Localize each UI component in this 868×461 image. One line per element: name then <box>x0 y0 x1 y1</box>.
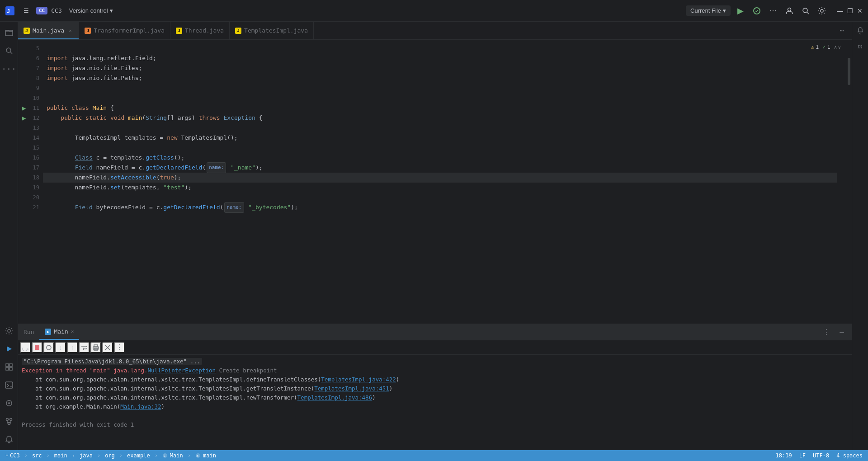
stack-3-link[interactable]: TemplatesImpl.java:486 <box>297 394 373 401</box>
code-line-7: import java.nio.file.Files; <box>43 63 837 73</box>
console-line-stack-2: at com.sun.org.apache.xalan.internal.xsl… <box>22 384 848 393</box>
status-line-ending[interactable]: LF <box>797 452 807 459</box>
status-indent-text: 4 spaces <box>836 452 863 459</box>
sidebar-icon-search[interactable] <box>1 42 17 59</box>
close-button[interactable]: ✕ <box>855 6 864 15</box>
tab-thread[interactable]: J Thread.java <box>170 22 230 39</box>
tab-more-icon[interactable]: ⋯ <box>835 24 848 37</box>
code-line-10 <box>43 93 837 103</box>
vcs-button[interactable]: Version control ▾ <box>66 5 117 16</box>
tab-label-thread: Thread.java <box>185 27 224 34</box>
right-panel: m <box>852 22 868 450</box>
right-notifications-icon[interactable] <box>853 24 868 38</box>
bottom-tab-close[interactable]: ✕ <box>71 329 74 334</box>
clear-button[interactable] <box>102 342 113 353</box>
stack-4-link[interactable]: Main.java:32 <box>120 403 161 410</box>
run-gutter-12[interactable]: ▶ <box>22 114 28 122</box>
svg-point-3 <box>788 8 791 11</box>
console-up-button[interactable]: ↑ <box>67 342 78 353</box>
status-org[interactable]: org <box>103 452 117 459</box>
tab-templates[interactable]: J TemplatesImpl.java <box>230 22 314 39</box>
soft-wrap-button[interactable] <box>79 342 90 353</box>
svg-point-10 <box>8 329 10 332</box>
restore-button[interactable]: ❐ <box>845 6 854 15</box>
status-indent[interactable]: 4 spaces <box>835 452 864 459</box>
hamburger-button[interactable]: ☰ <box>20 5 33 17</box>
search-button[interactable] <box>799 5 812 17</box>
code-line-5 <box>43 43 837 53</box>
tab-main-java[interactable]: J Main.java ✕ <box>18 22 79 39</box>
coverage-button[interactable] <box>750 5 763 17</box>
status-right: 18:39 LF UTF-8 4 spaces <box>774 452 865 459</box>
code-line-9 <box>43 83 837 93</box>
titlebar-left: J ☰ CC CC3 Version control ▾ <box>4 5 117 17</box>
tab-close-main[interactable]: ✕ <box>67 28 73 34</box>
code-editor[interactable]: import java.lang.reflect.Field; import j… <box>43 40 846 324</box>
rerun-button[interactable] <box>43 342 54 353</box>
code-line-18: nameField.setAccessible(true); <box>43 173 837 183</box>
more-options-button[interactable]: ⋯ <box>767 5 779 17</box>
console-line-error: Exception in thread "main" java.lang.Nul… <box>22 366 848 375</box>
status-class[interactable]: C Main <box>160 452 185 459</box>
status-method[interactable]: m main <box>193 452 218 459</box>
code-line-11: public class Main { <box>43 103 837 113</box>
status-src[interactable]: src <box>30 452 44 459</box>
svg-point-21 <box>9 419 12 421</box>
sidebar-icon-build[interactable] <box>1 359 17 375</box>
stack-1-link[interactable]: TemplatesImpl.java:422 <box>321 376 396 383</box>
sidebar-icon-git[interactable] <box>1 413 17 429</box>
down-arrow-icon[interactable]: ∨ <box>838 44 841 50</box>
bottom-minimize-icon[interactable]: — <box>835 326 848 339</box>
status-java[interactable]: java <box>78 452 94 459</box>
up-arrow-icon[interactable]: ∧ <box>834 44 837 50</box>
bottom-tab-main[interactable]: ▶ Main ✕ <box>39 324 79 340</box>
console-error-text: Exception in thread "main" java.lang. <box>22 367 147 374</box>
scrollbar-thumb[interactable] <box>848 58 850 85</box>
sidebar-icon-notifications[interactable] <box>1 431 17 447</box>
warning-badge: ⚠ 1 <box>811 44 819 50</box>
line-15: 15 <box>18 143 43 153</box>
status-example[interactable]: example <box>125 452 152 459</box>
null-pointer-link[interactable]: NullPointerException <box>147 367 216 374</box>
sidebar-icon-more[interactable]: ··· <box>1 61 17 77</box>
restart-button[interactable] <box>20 342 31 353</box>
code-line-19: nameField.set(templates, "test"); <box>43 183 837 193</box>
status-encoding[interactable]: UTF-8 <box>811 452 831 459</box>
console-more-button[interactable]: ⋮ <box>114 342 125 353</box>
profile-button[interactable] <box>783 5 796 17</box>
bottom-tab-run-label[interactable]: Run <box>18 324 39 340</box>
sidebar-icon-debug[interactable] <box>1 395 17 411</box>
stack-2-link[interactable]: TemplatesImpl.java:451 <box>314 385 389 392</box>
status-method-name: main <box>203 452 216 459</box>
run-button[interactable]: ▶ <box>734 5 747 17</box>
status-project[interactable]: ⑂ CC3 <box>4 452 22 459</box>
status-position[interactable]: 18:39 <box>774 452 794 459</box>
current-file-button[interactable]: Current File ▾ <box>686 5 731 16</box>
tab-transformer[interactable]: J TransformerImpl.java <box>79 22 170 39</box>
svg-rect-16 <box>5 382 13 388</box>
create-breakpoint-text[interactable]: Create breakpoint <box>216 367 277 374</box>
stack-2-text: at com.sun.org.apache.xalan.internal.xsl… <box>22 385 314 392</box>
editor-scrollbar[interactable] <box>846 40 852 324</box>
stop-button[interactable] <box>32 342 42 353</box>
code-line-20 <box>43 193 837 202</box>
sidebar-icon-run[interactable] <box>1 341 17 357</box>
console-down-button[interactable]: ↓ <box>55 342 66 353</box>
sidebar-icon-settings[interactable] <box>1 323 17 339</box>
settings-button[interactable] <box>816 5 828 17</box>
status-sep-6: › <box>155 452 158 459</box>
print-button[interactable] <box>90 342 101 353</box>
line-10: 10 <box>18 93 43 103</box>
status-vcs-icon: ⑂ <box>5 452 9 459</box>
status-main[interactable]: main <box>52 452 69 459</box>
console-cmd-text: "C:\Program Files\Java\jdk1.8.0_65\bin\j… <box>22 358 202 365</box>
run-gutter-11[interactable]: ▶ <box>22 104 28 112</box>
svg-line-5 <box>807 12 809 14</box>
minimize-button[interactable]: — <box>835 6 844 15</box>
sidebar-icon-folder[interactable] <box>1 24 17 41</box>
svg-point-19 <box>8 402 10 404</box>
right-m-icon[interactable]: m <box>853 39 868 53</box>
bottom-more-icon[interactable]: ⋮ <box>820 326 833 339</box>
sidebar-icon-terminal[interactable] <box>1 377 17 393</box>
process-finished-text: Process finished with exit code 1 <box>22 421 134 428</box>
